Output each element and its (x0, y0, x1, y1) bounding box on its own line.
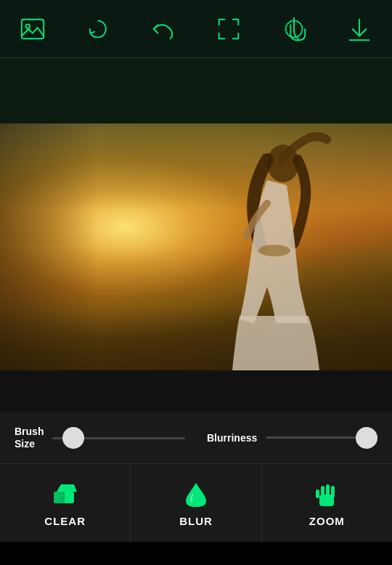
top-black-area (0, 58, 392, 123)
zoom-label: ZOOM (309, 515, 345, 527)
top-toolbar (0, 0, 392, 58)
svg-rect-12 (331, 486, 335, 497)
bottom-toolbar: CLEAR BLUR ZOOM (0, 463, 392, 542)
undo-icon[interactable] (146, 12, 181, 46)
download-icon[interactable] (342, 12, 377, 46)
blur-label: BLUR (179, 515, 213, 527)
brush-size-thumb[interactable] (62, 427, 84, 449)
svg-rect-11 (326, 484, 330, 497)
blurriness-slider[interactable] (266, 436, 377, 439)
clear-tool[interactable]: CLEAR (0, 464, 131, 542)
hand-icon (311, 479, 343, 511)
mid-black-area (0, 370, 392, 412)
brush-size-control: Brush Size (15, 426, 200, 450)
clear-label: CLEAR (44, 515, 86, 527)
svg-rect-10 (321, 486, 324, 497)
svg-rect-7 (54, 492, 64, 503)
svg-point-1 (26, 24, 30, 28)
svg-rect-0 (22, 19, 44, 38)
svg-rect-13 (316, 489, 319, 498)
zoom-tool[interactable]: ZOOM (262, 464, 392, 542)
eraser-icon (49, 479, 81, 511)
drop-icon (180, 479, 212, 511)
controls-row: Brush Size Blurriness (0, 412, 392, 463)
brush-size-slider[interactable] (52, 437, 185, 439)
blur-tool[interactable]: BLUR (131, 464, 261, 542)
expand-icon[interactable] (211, 12, 246, 46)
photo-canvas[interactable] (0, 123, 392, 370)
svg-point-5 (258, 245, 290, 256)
refresh-icon[interactable] (81, 12, 115, 46)
blurriness-label: Blurriness (207, 432, 257, 444)
touch-icon[interactable] (277, 12, 311, 46)
brush-size-label: Brush Size (15, 426, 44, 450)
blurriness-control: Blurriness (200, 432, 377, 444)
blurriness-thumb[interactable] (356, 427, 377, 449)
image-icon[interactable] (15, 12, 50, 46)
